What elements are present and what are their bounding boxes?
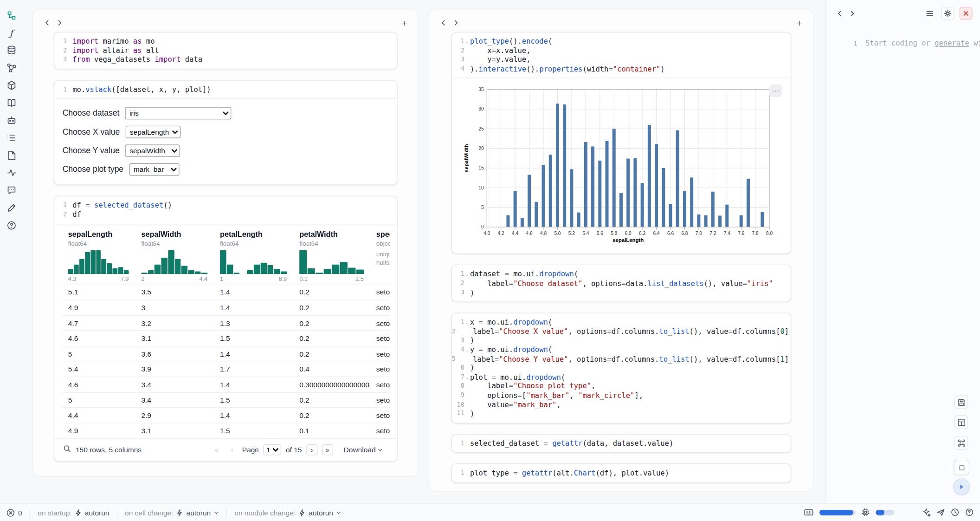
column-header-sepalWidth[interactable]: sepalWidth float64 24.4 [135, 230, 214, 284]
command-icon[interactable] [954, 436, 968, 450]
prev-page-button[interactable]: ‹ [226, 444, 238, 455]
ai-assistant-icon[interactable] [6, 115, 17, 126]
column-histogram[interactable] [220, 250, 287, 274]
column-histogram[interactable] [299, 250, 364, 274]
svg-text:30: 30 [478, 107, 484, 112]
column-histogram[interactable] [68, 250, 129, 274]
table-row[interactable]: 5.13.51.40.2setos [62, 284, 390, 300]
code-cell-selected-dataset: 1selected_dataset = getattr(data, datase… [451, 434, 791, 453]
keyboard-icon[interactable] [804, 508, 814, 518]
column-header-petalLength[interactable]: petalLength float64 16.9 [214, 230, 293, 284]
column-header-petalWidth[interactable]: petalWidth float64 0.12.5 [293, 230, 370, 284]
code-editor[interactable]: 1⌄plot_type().encode(2 x=x.value,3 y=y.v… [452, 33, 791, 78]
on-cell-change-setting[interactable]: on cell change: autorun [117, 508, 226, 518]
code-cell-plot-type: 1plot_type = getattr(alt.Chart(df), plot… [451, 463, 791, 482]
svg-text:7.6: 7.6 [738, 231, 744, 236]
chevron-left-icon[interactable] [833, 7, 845, 20]
notebook-left-column: + 1import marimo as mo2import altair as … [32, 9, 419, 477]
cpu-usage-meter[interactable] [876, 510, 894, 515]
table-row[interactable]: 53.61.40.2setos [62, 346, 390, 361]
svg-text:35: 35 [478, 87, 484, 92]
first-page-button[interactable]: « [211, 444, 222, 455]
outline-icon[interactable] [6, 133, 17, 143]
stop-button[interactable] [954, 460, 969, 475]
dependencies-icon[interactable] [6, 63, 17, 73]
table-row[interactable]: 4.93.11.50.1setos [62, 423, 390, 438]
generate-ai-link[interactable]: generate [935, 39, 969, 48]
feedback-icon[interactable] [6, 185, 17, 196]
column-header-sepalLength[interactable]: sepalLength float64 4.37.9 [62, 230, 135, 284]
chevron-left-icon[interactable] [437, 16, 450, 29]
last-page-button[interactable]: » [322, 444, 333, 455]
on-startup-setting[interactable]: on startup: autorun [30, 508, 116, 518]
status-bar: 0 on startup: autorun on cell change: au… [0, 503, 980, 521]
chevron-right-icon[interactable] [449, 16, 462, 29]
plot-type-select[interactable]: mark_bar [129, 163, 179, 176]
send-feedback-icon[interactable] [936, 508, 945, 518]
svg-text:4.4: 4.4 [512, 231, 518, 236]
table-row[interactable]: 4.931.40.2setos [62, 300, 390, 315]
packages-icon[interactable] [6, 80, 17, 91]
chevron-right-icon[interactable] [53, 16, 65, 29]
column-header-species[interactable]: speci objec uniqu nulls: [370, 230, 390, 284]
documentation-icon[interactable] [6, 98, 17, 108]
menu-icon[interactable] [923, 7, 936, 20]
snippets-icon[interactable] [6, 150, 17, 161]
cell-output-controls: Choose dataset iris Choose X value sepal… [54, 99, 397, 185]
scratchpad-editor[interactable]: 1 Start coding or generate with [848, 39, 980, 48]
table-row[interactable]: 53.41.50.2setos [62, 392, 390, 407]
table-row[interactable]: 4.63.11.50.2setos [62, 331, 390, 346]
row-count-summary: 150 rows, 5 columns [76, 446, 142, 453]
table-row[interactable]: 5.43.91.70.4setos [62, 361, 390, 377]
svg-text:5: 5 [481, 205, 484, 210]
code-cell-plot: 1⌄plot_type().encode(2 x=x.value,3 y=y.v… [451, 32, 791, 254]
chevron-right-icon[interactable] [845, 7, 858, 20]
svg-text:20: 20 [478, 146, 484, 151]
column-histogram[interactable] [141, 250, 207, 274]
chart-menu-button[interactable]: ⋯ [769, 85, 782, 97]
functions-icon[interactable]: ƒ [6, 27, 17, 38]
circle-x-icon [6, 508, 15, 517]
code-editor[interactable]: 1plot_type = getattr(alt.Chart(df), plot… [452, 464, 791, 482]
clock-icon[interactable] [951, 508, 960, 518]
memory-usage-meter[interactable] [819, 510, 856, 515]
code-editor[interactable]: 1⌄dataset = mo.ui.dropdown(2 label="Choo… [452, 266, 791, 302]
tracing-icon[interactable] [6, 168, 17, 178]
bar-chart[interactable]: 051015202530354.04.24.44.64.85.05.25.45.… [462, 85, 774, 246]
code-cell-imports: 1import marimo as mo2import altair as al… [54, 32, 398, 70]
x-value-select[interactable]: sepalLength [125, 126, 181, 138]
code-editor[interactable]: 1df = selected_dataset()2df [54, 196, 397, 223]
search-icon[interactable] [63, 444, 71, 455]
datasources-icon[interactable] [6, 45, 17, 56]
scratchpad-icon[interactable] [6, 202, 17, 213]
help-icon[interactable] [6, 220, 17, 231]
code-editor[interactable]: 1⌄x = mo.ui.dropdown(2 label="Choose X v… [452, 313, 791, 423]
add-cell-button[interactable]: + [398, 16, 411, 29]
svg-text:5.0: 5.0 [554, 231, 561, 236]
y-value-select[interactable]: sepalWidth [125, 144, 181, 157]
save-icon[interactable] [954, 395, 968, 409]
settings-gear-icon[interactable] [941, 7, 954, 20]
code-editor[interactable]: 1import marimo as mo2import altair as al… [54, 33, 397, 69]
help-circle-icon[interactable] [965, 508, 974, 518]
run-button[interactable] [953, 478, 970, 495]
download-button[interactable]: Download [344, 446, 383, 453]
ai-sparkle-icon[interactable] [922, 508, 931, 518]
table-row[interactable]: 4.63.41.40.30000000000000004setos [62, 377, 390, 392]
add-cell-button[interactable]: + [793, 16, 806, 29]
chevron-left-icon[interactable] [41, 16, 53, 29]
code-editor[interactable]: 1selected_dataset = getattr(data, datase… [452, 435, 791, 453]
svg-text:5.2: 5.2 [568, 231, 575, 236]
close-icon[interactable] [960, 7, 973, 20]
dataset-select[interactable]: iris [125, 107, 231, 119]
table-row[interactable]: 4.42.91.40.2setos [62, 407, 390, 423]
code-editor[interactable]: 1mo.vstack([dataset, x, y, plot]) [54, 80, 397, 98]
layout-grid-icon[interactable] [954, 415, 968, 429]
error-indicator[interactable]: 0 [5, 508, 30, 518]
next-page-button[interactable]: › [306, 444, 317, 455]
table-row[interactable]: 4.73.21.30.2setos [62, 315, 390, 331]
page-select[interactable]: 1 [263, 444, 281, 455]
file-explorer-icon[interactable] [6, 10, 17, 21]
on-module-change-setting[interactable]: on module change: autorun [227, 508, 348, 518]
svg-text:6.8: 6.8 [681, 231, 688, 236]
